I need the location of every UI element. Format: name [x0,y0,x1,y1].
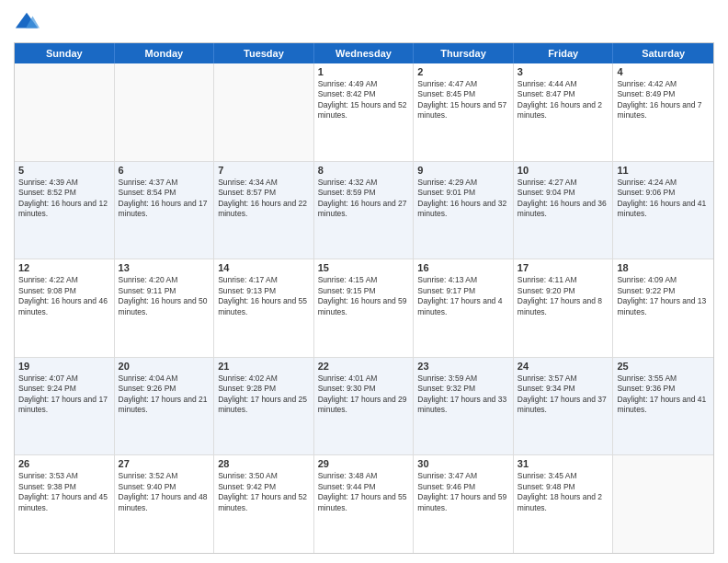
day-number: 27 [119,458,210,469]
day-cell-1: 1Sunrise: 4:49 AMSunset: 8:42 PMDaylight… [314,63,415,161]
day-info: Sunrise: 4:17 AMSunset: 9:13 PMDaylight:… [218,275,310,317]
calendar-body: 1Sunrise: 4:49 AMSunset: 8:42 PMDaylight… [15,63,713,553]
day-number: 5 [18,165,110,176]
empty-cell [214,63,314,161]
day-cell-26: 26Sunrise: 3:53 AMSunset: 9:38 PMDayligh… [15,455,115,553]
day-cell-8: 8Sunrise: 4:32 AMSunset: 8:59 PMDaylight… [314,162,415,259]
calendar-header: SundayMondayTuesdayWednesdayThursdayFrid… [15,43,713,63]
day-cell-19: 19Sunrise: 4:07 AMSunset: 9:24 PMDayligh… [15,358,115,455]
week-row-3: 12Sunrise: 4:22 AMSunset: 9:08 PMDayligh… [15,259,713,358]
day-info: Sunrise: 4:01 AMSunset: 9:30 PMDaylight:… [318,373,410,416]
day-info: Sunrise: 3:59 AMSunset: 9:32 PMDaylight:… [417,373,509,416]
day-info: Sunrise: 4:04 AMSunset: 9:26 PMDaylight:… [119,373,210,416]
day-number: 9 [417,165,509,176]
day-number: 6 [119,165,210,176]
day-info: Sunrise: 4:02 AMSunset: 9:28 PMDaylight:… [218,373,310,416]
day-info: Sunrise: 4:34 AMSunset: 8:57 PMDaylight:… [218,178,310,220]
day-cell-3: 3Sunrise: 4:44 AMSunset: 8:47 PMDaylight… [514,63,614,161]
day-number: 29 [318,458,410,469]
day-info: Sunrise: 3:53 AMSunset: 9:38 PMDaylight:… [18,471,110,513]
day-number: 18 [617,262,710,273]
day-cell-5: 5Sunrise: 4:39 AMSunset: 8:52 PMDaylight… [15,162,115,259]
day-cell-16: 16Sunrise: 4:13 AMSunset: 9:17 PMDayligh… [414,259,514,357]
day-number: 20 [119,361,210,372]
header-day-tuesday: Tuesday [214,43,314,63]
day-info: Sunrise: 4:20 AMSunset: 9:11 PMDaylight:… [119,275,210,317]
day-info: Sunrise: 4:32 AMSunset: 8:59 PMDaylight:… [318,178,410,220]
day-info: Sunrise: 4:24 AMSunset: 9:06 PMDaylight:… [617,178,710,220]
day-info: Sunrise: 4:37 AMSunset: 8:54 PMDaylight:… [119,178,210,220]
day-info: Sunrise: 4:47 AMSunset: 8:45 PMDaylight:… [417,79,509,121]
day-info: Sunrise: 3:47 AMSunset: 9:46 PMDaylight:… [417,471,509,513]
day-number: 30 [417,458,509,469]
week-row-2: 5Sunrise: 4:39 AMSunset: 8:52 PMDaylight… [15,162,713,260]
day-cell-4: 4Sunrise: 4:42 AMSunset: 8:49 PMDaylight… [613,63,713,161]
header-day-thursday: Thursday [414,43,514,63]
header-day-monday: Monday [115,43,215,63]
day-info: Sunrise: 4:07 AMSunset: 9:24 PMDaylight:… [18,373,110,416]
day-number: 26 [18,458,110,469]
day-info: Sunrise: 4:11 AMSunset: 9:20 PMDaylight:… [518,275,609,317]
day-info: Sunrise: 4:22 AMSunset: 9:08 PMDaylight:… [18,275,110,317]
day-number: 2 [417,66,509,77]
day-cell-10: 10Sunrise: 4:27 AMSunset: 9:04 PMDayligh… [514,162,614,259]
day-info: Sunrise: 4:49 AMSunset: 8:42 PMDaylight:… [318,79,410,121]
day-cell-12: 12Sunrise: 4:22 AMSunset: 9:08 PMDayligh… [15,259,115,357]
day-cell-30: 30Sunrise: 3:47 AMSunset: 9:46 PMDayligh… [414,455,514,553]
day-info: Sunrise: 4:09 AMSunset: 9:22 PMDaylight:… [617,275,710,317]
day-number: 11 [617,165,710,176]
day-cell-17: 17Sunrise: 4:11 AMSunset: 9:20 PMDayligh… [514,259,614,357]
calendar: SundayMondayTuesdayWednesdayThursdayFrid… [14,42,714,554]
day-number: 28 [218,458,310,469]
day-cell-7: 7Sunrise: 4:34 AMSunset: 8:57 PMDaylight… [214,162,314,259]
day-number: 17 [518,262,609,273]
logo-icon [14,9,40,35]
day-number: 24 [518,361,609,372]
header-day-sunday: Sunday [15,43,115,63]
day-info: Sunrise: 4:15 AMSunset: 9:15 PMDaylight:… [318,275,410,317]
day-cell-25: 25Sunrise: 3:55 AMSunset: 9:36 PMDayligh… [613,358,713,455]
day-number: 3 [518,66,609,77]
day-cell-21: 21Sunrise: 4:02 AMSunset: 9:28 PMDayligh… [214,358,314,455]
logo [14,9,43,35]
header [14,9,714,35]
day-cell-31: 31Sunrise: 3:45 AMSunset: 9:48 PMDayligh… [514,455,614,553]
day-number: 16 [417,262,509,273]
day-info: Sunrise: 3:55 AMSunset: 9:36 PMDaylight:… [617,373,710,416]
day-number: 15 [318,262,410,273]
day-number: 19 [18,361,110,372]
day-cell-22: 22Sunrise: 4:01 AMSunset: 9:30 PMDayligh… [314,358,415,455]
day-info: Sunrise: 4:42 AMSunset: 8:49 PMDaylight:… [617,79,710,121]
day-number: 10 [518,165,609,176]
day-number: 4 [617,66,710,77]
empty-cell [613,455,713,553]
day-cell-23: 23Sunrise: 3:59 AMSunset: 9:32 PMDayligh… [414,358,514,455]
day-number: 1 [318,66,410,77]
day-number: 14 [218,262,310,273]
day-cell-27: 27Sunrise: 3:52 AMSunset: 9:40 PMDayligh… [115,455,215,553]
day-cell-24: 24Sunrise: 3:57 AMSunset: 9:34 PMDayligh… [514,358,614,455]
day-info: Sunrise: 4:39 AMSunset: 8:52 PMDaylight:… [18,178,110,220]
empty-cell [15,63,115,161]
day-info: Sunrise: 3:50 AMSunset: 9:42 PMDaylight:… [218,471,310,513]
day-info: Sunrise: 4:13 AMSunset: 9:17 PMDaylight:… [417,275,509,317]
day-number: 12 [18,262,110,273]
day-number: 23 [417,361,509,372]
day-cell-11: 11Sunrise: 4:24 AMSunset: 9:06 PMDayligh… [613,162,713,259]
header-day-wednesday: Wednesday [314,43,415,63]
day-cell-6: 6Sunrise: 4:37 AMSunset: 8:54 PMDaylight… [115,162,215,259]
day-cell-2: 2Sunrise: 4:47 AMSunset: 8:45 PMDaylight… [414,63,514,161]
header-day-friday: Friday [514,43,614,63]
page: SundayMondayTuesdayWednesdayThursdayFrid… [0,0,728,563]
day-number: 31 [518,458,609,469]
day-cell-14: 14Sunrise: 4:17 AMSunset: 9:13 PMDayligh… [214,259,314,357]
day-cell-18: 18Sunrise: 4:09 AMSunset: 9:22 PMDayligh… [613,259,713,357]
day-number: 21 [218,361,310,372]
day-number: 8 [318,165,410,176]
day-info: Sunrise: 4:44 AMSunset: 8:47 PMDaylight:… [518,79,609,121]
day-info: Sunrise: 4:27 AMSunset: 9:04 PMDaylight:… [518,178,609,220]
day-number: 7 [218,165,310,176]
day-cell-28: 28Sunrise: 3:50 AMSunset: 9:42 PMDayligh… [214,455,314,553]
day-info: Sunrise: 3:52 AMSunset: 9:40 PMDaylight:… [119,471,210,513]
day-number: 13 [119,262,210,273]
